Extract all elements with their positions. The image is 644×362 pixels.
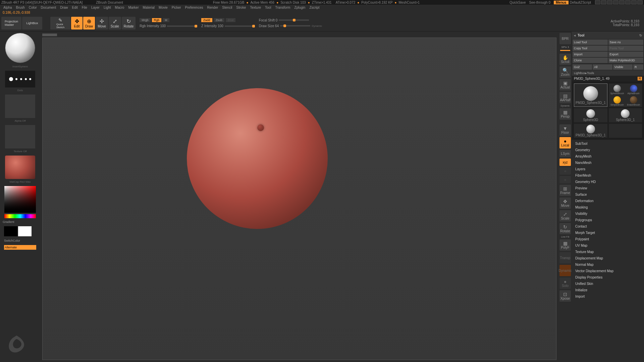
- section-polypaint[interactable]: Polypaint: [572, 236, 644, 242]
- quicksave-button[interactable]: QuickSave: [509, 1, 526, 4]
- menu-texture[interactable]: Texture: [248, 6, 263, 9]
- section-layers[interactable]: Layers: [572, 166, 644, 172]
- zoom-button[interactable]: 🔍Zoom: [559, 66, 571, 78]
- solo-button[interactable]: ●Solo: [559, 278, 571, 289]
- zsub-button[interactable]: Zsub: [214, 18, 224, 22]
- import-button[interactable]: Import: [573, 52, 608, 57]
- section-initialize[interactable]: Initialize: [572, 287, 644, 293]
- xyz-button[interactable]: xyz: [559, 159, 571, 166]
- lightbox-tools-button[interactable]: Lightbox▸Tools: [572, 70, 644, 76]
- rgb-button[interactable]: Rgb: [152, 18, 162, 22]
- local-button[interactable]: ●Local: [559, 137, 571, 148]
- material-selector[interactable]: [5, 156, 35, 179]
- polyf-button[interactable]: ▦PolyF: [559, 239, 571, 251]
- menu-alpha[interactable]: Alpha: [1, 6, 14, 9]
- menu-stroke[interactable]: Stroke: [234, 6, 248, 9]
- viewport-canvas[interactable]: [42, 38, 556, 360]
- load-tool-button[interactable]: Load Tool: [573, 40, 608, 45]
- primary-color-swatch[interactable]: [18, 226, 32, 236]
- win-btn-3[interactable]: [607, 0, 612, 4]
- section-preview[interactable]: Preview: [572, 185, 644, 191]
- section-deformation[interactable]: Deformation: [572, 198, 644, 204]
- lsym-button[interactable]: LSym: [559, 150, 571, 157]
- tool-sphere3d-1[interactable]: Sphere3D_1: [609, 108, 642, 122]
- menu-brush[interactable]: Brush: [14, 6, 27, 9]
- section-contact[interactable]: Contact: [572, 223, 644, 230]
- goz-all-button[interactable]: All: [593, 64, 612, 70]
- win-close[interactable]: [637, 0, 643, 4]
- edit-mode-button[interactable]: ✥Edit: [71, 17, 83, 29]
- goz-visible-button[interactable]: Visible: [613, 64, 633, 70]
- tool-eraserbrush[interactable]: EraserBrush: [626, 96, 641, 106]
- default-zscript[interactable]: DefaultZScript: [570, 1, 591, 4]
- gradient-button[interactable]: Gradient: [1, 220, 39, 224]
- focal-shift-slider[interactable]: [279, 19, 309, 21]
- loop-icon[interactable]: ↻: [639, 34, 642, 37]
- clone-button[interactable]: Clone: [573, 58, 608, 63]
- axis-z-button[interactable]: ○: [559, 176, 571, 183]
- alternate-button[interactable]: Alternate: [4, 245, 36, 250]
- section-geometry[interactable]: Geometry: [572, 147, 644, 153]
- draw-mode-button[interactable]: ⊕Draw: [83, 17, 95, 29]
- menu-macro[interactable]: Macro: [113, 6, 126, 9]
- aahalf-button[interactable]: ▤AAHalf: [559, 92, 571, 103]
- section-masking[interactable]: Masking: [572, 204, 644, 210]
- persp-button[interactable]: ▦Persp: [559, 108, 571, 120]
- menu-material[interactable]: Material: [141, 6, 157, 9]
- section-display-properties[interactable]: Display Properties: [572, 274, 644, 281]
- section-texture-map[interactable]: Texture Map: [572, 249, 644, 255]
- zcut-button[interactable]: Zcut: [226, 18, 236, 22]
- paste-tool-button[interactable]: Paste Tool: [608, 46, 644, 51]
- scroll-button[interactable]: ✋Scroll: [559, 54, 571, 65]
- scale-view-button[interactable]: ⤢Scale: [559, 210, 571, 222]
- menu-zscript[interactable]: Zscript: [307, 6, 321, 9]
- menu-picker[interactable]: Picker: [170, 6, 183, 9]
- section-morph-target[interactable]: Morph Target: [572, 230, 644, 236]
- rotate-mode-button[interactable]: ↻Rotate: [122, 17, 136, 29]
- lightbox-button[interactable]: LightBox: [22, 17, 42, 29]
- frame-button[interactable]: ⊞Frame: [559, 185, 571, 196]
- goz-r-button[interactable]: R: [633, 64, 643, 70]
- export-button[interactable]: Export: [608, 52, 644, 57]
- menu-tool[interactable]: Tool: [263, 6, 273, 9]
- color-picker[interactable]: [4, 186, 36, 213]
- rgb-intensity-slider[interactable]: [167, 25, 197, 27]
- section-geometry-hd[interactable]: Geometry HD: [572, 179, 644, 185]
- section-fibermesh[interactable]: FiberMesh: [572, 172, 644, 179]
- hue-bar[interactable]: [4, 214, 36, 218]
- section-subtool[interactable]: SubTool: [572, 140, 644, 147]
- projection-master-button[interactable]: Projection Master: [1, 17, 21, 29]
- tool-panel-header[interactable]: ◂ Tool ↻: [572, 32, 644, 39]
- win-btn-4[interactable]: [613, 0, 619, 4]
- m-button[interactable]: M: [163, 18, 169, 22]
- scale-mode-button[interactable]: ⤢Scale: [109, 17, 121, 29]
- section-displacement-map[interactable]: Displacement Map: [572, 255, 644, 261]
- win-btn-2[interactable]: [601, 0, 606, 4]
- stroke-selector[interactable]: [5, 71, 35, 87]
- axis-y-button[interactable]: ○: [559, 167, 571, 175]
- menu-layer[interactable]: Layer: [89, 6, 102, 9]
- section-unified-skin[interactable]: Unified Skin: [572, 281, 644, 287]
- tool-pm3d-sphere-1[interactable]: PM3D_Sphere3D_1: [574, 124, 607, 138]
- menu-draw[interactable]: Draw: [58, 6, 70, 9]
- z-intensity-slider[interactable]: [225, 25, 255, 27]
- win-max[interactable]: [631, 0, 637, 4]
- floor-button[interactable]: ▼Floor: [559, 124, 571, 136]
- spix-label[interactable]: SPix 3: [561, 46, 569, 49]
- win-btn-5[interactable]: [619, 0, 625, 4]
- xpose-button[interactable]: ⊡Xpose: [559, 290, 571, 302]
- menu-movie[interactable]: Movie: [157, 6, 170, 9]
- win-btn-1[interactable]: [595, 0, 600, 4]
- doc-tab[interactable]: [42, 34, 57, 36]
- menu-render[interactable]: Render: [205, 6, 220, 9]
- section-vector-displacement-map[interactable]: Vector Displacement Map: [572, 268, 644, 274]
- menu-transform[interactable]: Transform: [273, 6, 292, 9]
- section-surface[interactable]: Surface: [572, 191, 644, 198]
- texture-selector[interactable]: [5, 125, 35, 148]
- menu-zplugin[interactable]: Zplugin: [292, 6, 308, 9]
- menus-toggle[interactable]: Menus: [554, 1, 569, 4]
- menu-document[interactable]: Document: [39, 6, 58, 9]
- menu-marker[interactable]: Marker: [126, 6, 141, 9]
- move-mode-button[interactable]: ✢Move: [96, 17, 108, 29]
- section-uv-map[interactable]: UV Map: [572, 242, 644, 249]
